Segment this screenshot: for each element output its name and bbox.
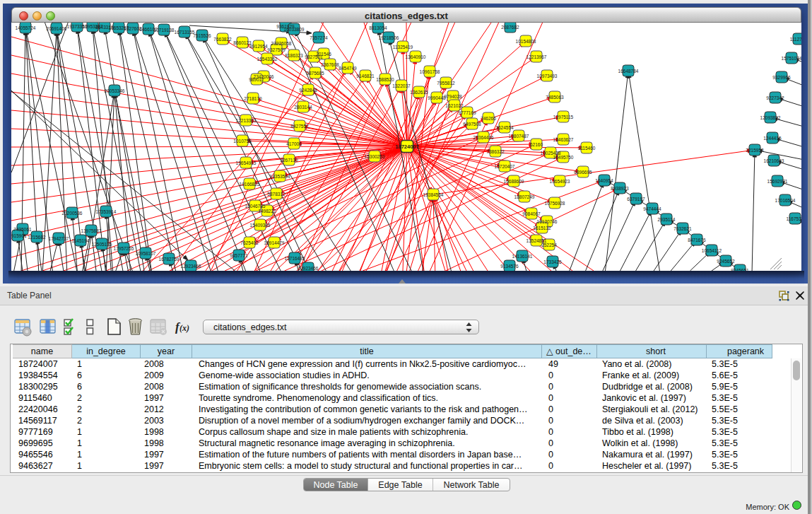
svg-text:17353914: 17353914 [96, 209, 117, 214]
svg-text:8660123: 8660123 [233, 40, 252, 45]
svg-text:1733426: 1733426 [543, 259, 562, 264]
svg-text:8471676: 8471676 [688, 238, 706, 243]
svg-text:746266: 746266 [481, 116, 496, 121]
svg-text:417006: 417006 [286, 141, 302, 146]
svg-text:10688609: 10688609 [504, 179, 524, 184]
svg-text:(x): (x) [180, 323, 189, 333]
svg-text:201546: 201546 [316, 52, 331, 57]
svg-text:17942737: 17942737 [49, 236, 69, 241]
svg-text:9474444: 9474444 [643, 206, 661, 211]
svg-text:2087682: 2087682 [501, 25, 519, 30]
svg-text:9084067: 9084067 [522, 211, 541, 216]
svg-text:14136141: 14136141 [512, 254, 533, 259]
svg-text:8813054: 8813054 [369, 25, 387, 30]
svg-text:1112704: 1112704 [790, 37, 801, 42]
svg-text:12213363: 12213363 [236, 118, 257, 123]
svg-text:19166825: 19166825 [240, 182, 260, 187]
svg-text:9457771: 9457771 [230, 253, 248, 258]
svg-text:9146821: 9146821 [356, 74, 375, 78]
svg-text:16713155: 16713155 [175, 30, 195, 35]
svg-text:9329966: 9329966 [772, 75, 791, 80]
svg-text:10154808: 10154808 [516, 39, 536, 44]
svg-text:3915901: 3915901 [11, 233, 27, 238]
svg-text:3215958: 3215958 [746, 148, 764, 153]
svg-text:8427552: 8427552 [290, 124, 309, 129]
svg-text:2935114: 2935114 [658, 217, 676, 222]
svg-text:7357274: 7357274 [310, 35, 328, 40]
svg-text:12975115: 12975115 [553, 115, 574, 119]
svg-text:1215682: 1215682 [28, 235, 46, 240]
svg-text:12093822: 12093822 [760, 115, 781, 120]
svg-text:20691406: 20691406 [47, 26, 67, 31]
svg-text:15409345: 15409345 [250, 223, 271, 228]
svg-text:7515526: 7515526 [193, 33, 211, 38]
svg-text:15692971: 15692971 [767, 179, 788, 184]
svg-text:10961758: 10961758 [420, 69, 440, 74]
svg-text:1010753: 1010753 [233, 139, 252, 144]
svg-text:16120746: 16120746 [537, 219, 558, 224]
svg-text:12213967: 12213967 [526, 54, 547, 59]
svg-text:6896695: 6896695 [574, 170, 592, 175]
svg-text:15751074: 15751074 [782, 56, 801, 61]
svg-text:11325419: 11325419 [393, 45, 413, 49]
svg-text:16495750: 16495750 [553, 155, 574, 160]
svg-text:19654915: 19654915 [236, 160, 257, 165]
svg-text:14055724: 14055724 [16, 25, 36, 30]
svg-text:9242848: 9242848 [299, 88, 317, 93]
svg-text:12505135: 12505135 [92, 242, 112, 247]
svg-text:16543362: 16543362 [257, 57, 278, 62]
svg-text:2718170: 2718170 [244, 96, 262, 101]
svg-text:1145194: 1145194 [72, 238, 90, 243]
svg-text:1362615: 1362615 [410, 90, 428, 95]
svg-text:7435061: 7435061 [13, 227, 32, 232]
svg-text:18724007: 18724007 [395, 144, 418, 150]
svg-text:1167533: 1167533 [787, 216, 801, 221]
svg-text:252254: 252254 [541, 243, 557, 247]
svg-text:7485063: 7485063 [546, 95, 564, 100]
svg-text:9115460: 9115460 [578, 146, 596, 151]
svg-text:989017: 989017 [249, 77, 264, 82]
svg-text:9134576: 9134576 [500, 264, 519, 269]
svg-text:7386322: 7386322 [486, 149, 505, 154]
svg-text:13640910: 13640910 [406, 54, 426, 59]
svg-text:12923466: 12923466 [298, 266, 319, 271]
svg-text:12923468: 12923468 [181, 264, 201, 269]
svg-text:18807249: 18807249 [514, 194, 535, 199]
svg-text:7663822: 7663822 [213, 37, 232, 42]
svg-text:20364436: 20364436 [473, 135, 494, 140]
svg-text:10654112: 10654112 [702, 248, 722, 253]
svg-text:10973493: 10973493 [537, 74, 558, 78]
svg-text:17016504: 17016504 [775, 198, 796, 203]
svg-text:10807487: 10807487 [509, 134, 529, 139]
svg-text:16914479: 16914479 [264, 240, 285, 245]
svg-text:16046785: 16046785 [245, 204, 266, 209]
svg-text:16648784: 16648784 [618, 69, 639, 74]
svg-text:16210643: 16210643 [764, 158, 784, 163]
svg-text:13975887: 13975887 [81, 228, 102, 233]
svg-text:62160: 62160 [530, 142, 543, 147]
svg-text:1498222: 1498222 [258, 209, 276, 214]
svg-text:1244415: 1244415 [763, 136, 782, 141]
svg-text:10719138: 10719138 [154, 28, 175, 33]
svg-text:15720407: 15720407 [495, 164, 515, 169]
svg-text:9777169: 9777169 [458, 110, 476, 115]
svg-text:1640954: 1640954 [595, 178, 613, 183]
svg-text:16782759: 16782759 [159, 257, 180, 262]
svg-text:9327509: 9327509 [267, 47, 286, 52]
svg-text:2803144: 2803144 [294, 105, 312, 110]
svg-text:5878312: 5878312 [267, 192, 286, 197]
svg-text:8454749: 8454749 [339, 66, 357, 71]
svg-text:1615132: 1615132 [533, 226, 551, 230]
svg-text:3624554: 3624554 [495, 125, 514, 130]
svg-text:7632621: 7632621 [673, 226, 692, 231]
svg-text:8912954: 8912954 [249, 44, 268, 49]
svg-text:9245652: 9245652 [717, 259, 735, 264]
svg-text:9227342: 9227342 [766, 95, 784, 100]
svg-text:18463627: 18463627 [553, 137, 574, 142]
svg-text:16033809: 16033809 [284, 27, 305, 32]
svg-text:9990448: 9990448 [428, 95, 446, 100]
svg-text:3875685: 3875685 [306, 71, 324, 76]
svg-text:20200536: 20200536 [62, 211, 83, 216]
svg-text:17957255: 17957255 [114, 246, 134, 251]
svg-text:6497508: 6497508 [463, 122, 481, 127]
